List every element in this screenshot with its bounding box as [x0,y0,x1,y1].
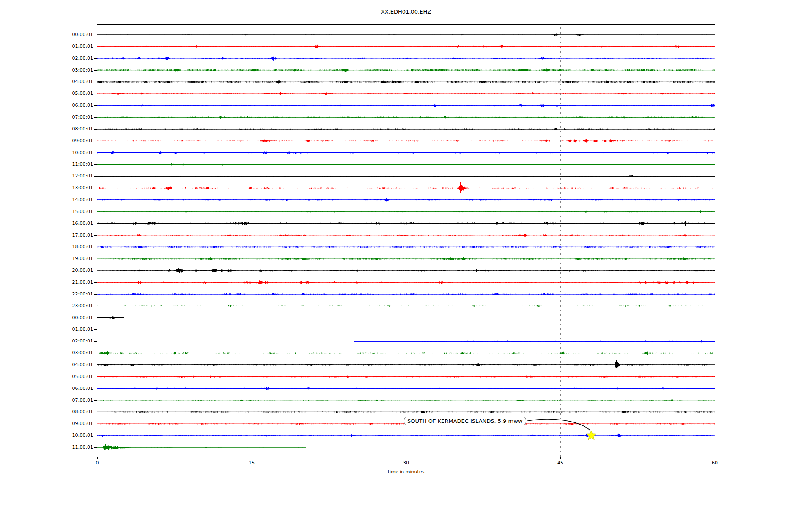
x-tick-mark [715,457,715,459]
y-tick-mark [94,200,97,200]
y-tick-mark [94,424,97,424]
y-tick-mark [94,318,97,318]
y-tick-mark [94,35,97,35]
y-tick-label: 03:00:01 [0,350,93,356]
y-tick-label: 10:00:01 [0,150,93,156]
y-tick-label: 09:00:01 [0,421,93,427]
y-tick-label: 02:00:01 [0,55,93,61]
y-tick-label: 04:00:01 [0,362,93,368]
y-tick-mark [94,436,97,436]
seismogram-figure: XX.EDH01.00.EHZ 00:00:0101:00:0102:00:01… [0,0,812,508]
y-tick-mark [94,247,97,247]
x-tick-label: 45 [548,460,573,466]
y-tick-mark [94,58,97,59]
y-tick-label: 00:00:01 [0,32,93,38]
y-tick-mark [94,188,97,188]
y-tick-mark [94,259,97,259]
y-tick-label: 05:00:01 [0,91,93,97]
y-tick-label: 04:00:01 [0,79,93,85]
y-tick-mark [94,141,97,141]
x-tick-mark [252,457,252,459]
y-tick-label: 07:00:01 [0,398,93,403]
y-tick-mark [94,94,97,94]
y-tick-mark [94,412,97,412]
y-tick-mark [94,164,97,165]
x-tick-mark [560,457,561,459]
y-tick-mark [94,82,97,82]
y-tick-label: 09:00:01 [0,138,93,144]
y-tick-label: 06:00:01 [0,386,93,392]
y-tick-label: 16:00:01 [0,221,93,226]
y-tick-mark [94,105,97,106]
y-tick-label: 17:00:01 [0,232,93,238]
y-tick-mark [94,341,97,342]
y-tick-label: 23:00:01 [0,303,93,309]
y-tick-label: 20:00:01 [0,268,93,273]
y-tick-label: 02:00:01 [0,338,93,344]
x-tick-label: 15 [239,460,264,466]
y-tick-mark [94,235,97,236]
y-tick-mark [94,70,97,71]
y-tick-label: 12:00:01 [0,173,93,179]
x-tick-label: 60 [702,460,727,466]
y-tick-label: 22:00:01 [0,291,93,297]
y-tick-mark [94,447,97,448]
x-tick-mark [97,457,98,459]
y-tick-mark [94,329,97,330]
y-tick-mark [94,212,97,212]
y-tick-label: 21:00:01 [0,279,93,285]
y-tick-label: 08:00:01 [0,126,93,132]
y-tick-label: 14:00:01 [0,197,93,203]
y-tick-label: 03:00:01 [0,67,93,73]
y-tick-mark [94,306,97,306]
y-tick-mark [94,377,97,377]
trace-canvas [97,25,715,457]
y-tick-label: 19:00:01 [0,256,93,262]
y-tick-mark [94,224,97,224]
event-annotation: SOUTH OF KERMADEC ISLANDS, 5.9 mww [404,417,526,425]
x-tick-label: 0 [85,460,110,466]
x-tick-mark [406,457,406,459]
y-tick-label: 06:00:01 [0,102,93,108]
y-tick-label: 01:00:01 [0,44,93,50]
y-tick-label: 13:00:01 [0,185,93,191]
x-axis-title: time in minutes [0,469,812,475]
y-tick-mark [94,153,97,153]
y-tick-label: 00:00:01 [0,315,93,321]
y-tick-label: 07:00:01 [0,114,93,120]
y-tick-label: 11:00:01 [0,161,93,167]
y-tick-mark [94,271,97,271]
chart-title: XX.EDH01.00.EHZ [0,8,812,15]
y-tick-mark [94,353,97,353]
y-tick-mark [94,47,97,47]
plot-area [97,24,715,457]
y-tick-label: 15:00:01 [0,209,93,215]
y-tick-mark [94,117,97,118]
y-tick-label: 01:00:01 [0,326,93,332]
y-tick-mark [94,294,97,295]
y-tick-label: 18:00:01 [0,244,93,250]
y-tick-mark [94,389,97,389]
y-tick-label: 05:00:01 [0,374,93,380]
y-tick-mark [94,400,97,401]
y-tick-label: 10:00:01 [0,433,93,439]
y-tick-mark [94,365,97,365]
y-tick-mark [94,176,97,177]
x-tick-label: 30 [393,460,419,466]
y-tick-label: 08:00:01 [0,409,93,415]
y-tick-mark [94,282,97,283]
y-tick-label: 11:00:01 [0,444,93,450]
y-tick-mark [94,129,97,130]
